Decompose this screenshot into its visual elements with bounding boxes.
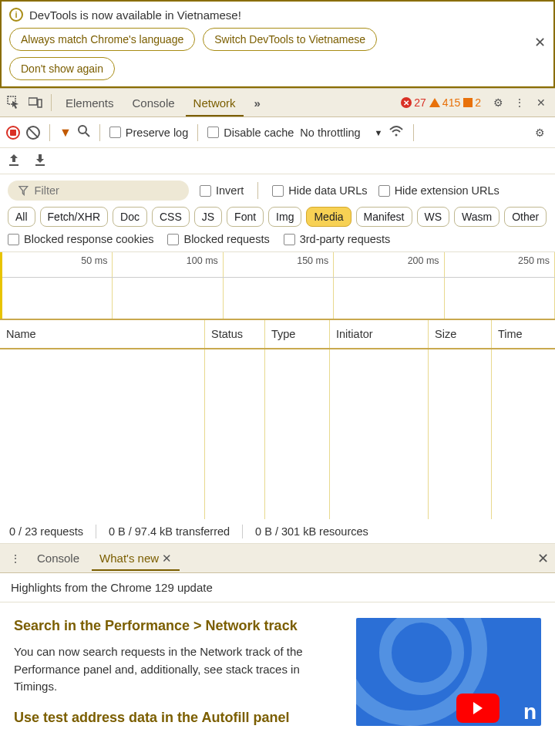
filter-input[interactable]	[35, 184, 178, 197]
dont-show-button[interactable]: Don't show again	[9, 57, 115, 80]
issue-badges[interactable]: ✕27 415 2	[401, 96, 481, 109]
filter-pill-wasm[interactable]: Wasm	[454, 207, 500, 227]
close-tab-icon[interactable]: ✕	[162, 552, 172, 565]
close-panel-icon[interactable]: ✕	[532, 93, 550, 112]
error-count: 27	[414, 96, 426, 109]
blocked-cookies-checkbox[interactable]: Blocked response cookies	[8, 233, 153, 245]
banner-title: DevTools is now available in Vietnamese!	[29, 8, 241, 22]
network-table-header: Name Status Type Initiator Size Time	[0, 320, 555, 349]
article-paragraph-1: You can now search requests in the Netwo…	[14, 643, 342, 696]
svg-point-5	[395, 133, 398, 136]
filter-icon[interactable]: ▼	[59, 126, 72, 140]
search-icon[interactable]	[78, 125, 90, 140]
filter-pill-font[interactable]: Font	[227, 207, 264, 227]
filter-pill-css[interactable]: CSS	[152, 207, 190, 227]
warning-icon	[429, 98, 440, 107]
device-icon[interactable]	[26, 93, 45, 112]
video-thumbnail[interactable]: n	[356, 618, 541, 726]
drawer-close-button[interactable]: ✕	[537, 550, 549, 567]
svg-rect-2	[38, 100, 42, 107]
svg-rect-7	[35, 164, 45, 166]
timeline-label: 50 ms	[81, 255, 107, 266]
svg-rect-6	[9, 164, 18, 166]
banner-close-button[interactable]: ✕	[534, 34, 546, 51]
preserve-log-checkbox[interactable]: Preserve log	[109, 127, 188, 139]
timeline-label: 250 ms	[518, 255, 550, 266]
warning-count: 415	[442, 96, 460, 109]
upload-icon[interactable]	[8, 153, 20, 169]
filter-pill-manifest[interactable]: Manifest	[356, 207, 412, 227]
error-icon: ✕	[401, 97, 412, 108]
language-banner: i DevTools is now available in Vietnames…	[0, 0, 555, 88]
filter-pill-fetchxhr[interactable]: Fetch/XHR	[40, 207, 108, 227]
issue-count: 2	[475, 96, 481, 109]
drawer-tab-whatsnew[interactable]: What's new✕	[92, 547, 180, 570]
import-export-row	[0, 148, 555, 174]
funnel-icon	[18, 185, 29, 196]
article-heading-1: Search in the Performance > Network trac…	[14, 618, 342, 634]
drawer-tabs: ⋮ Console What's new✕ ✕	[0, 544, 555, 573]
hide-ext-urls-checkbox[interactable]: Hide extension URLs	[378, 184, 500, 197]
settings-icon[interactable]: ⚙	[489, 93, 507, 112]
filter-section: Invert Hide data URLs Hide extension URL…	[0, 174, 555, 252]
filter-pill-all[interactable]: All	[8, 207, 35, 227]
timeline-label: 200 ms	[408, 255, 439, 266]
network-table-body	[0, 349, 555, 519]
col-initiator[interactable]: Initiator	[330, 320, 429, 348]
drawer-tab-console[interactable]: Console	[29, 547, 87, 569]
match-language-button[interactable]: Always match Chrome's language	[9, 28, 195, 51]
tab-network[interactable]: Network	[186, 90, 244, 116]
filter-pill-other[interactable]: Other	[504, 207, 547, 227]
timeline-overview[interactable]: 50 ms 100 ms 150 ms 200 ms 250 ms	[0, 252, 555, 320]
col-name[interactable]: Name	[0, 320, 205, 348]
svg-point-3	[79, 126, 86, 133]
inspect-icon[interactable]	[5, 93, 23, 112]
invert-checkbox[interactable]: Invert	[200, 184, 244, 197]
filter-pill-doc[interactable]: Doc	[113, 207, 147, 227]
download-icon[interactable]	[34, 153, 46, 169]
clear-button[interactable]	[26, 126, 40, 140]
col-type[interactable]: Type	[265, 320, 330, 348]
kebab-icon[interactable]: ⋮	[510, 93, 529, 112]
status-bar: 0 / 23 requests 0 B / 97.4 kB transferre…	[0, 519, 555, 544]
switch-language-button[interactable]: Switch DevTools to Vietnamese	[203, 28, 377, 51]
drawer-kebab-icon[interactable]: ⋮	[6, 549, 25, 568]
third-party-checkbox[interactable]: 3rd-party requests	[284, 233, 391, 245]
hide-data-urls-checkbox[interactable]: Hide data URLs	[272, 184, 367, 197]
timeline-label: 100 ms	[187, 255, 218, 266]
tab-elements[interactable]: Elements	[58, 90, 122, 116]
record-button[interactable]	[6, 126, 20, 140]
filter-pill-img[interactable]: Img	[268, 207, 301, 227]
status-transferred: 0 B / 97.4 kB transferred	[109, 525, 230, 538]
disable-cache-checkbox[interactable]: Disable cache	[207, 127, 294, 139]
col-status[interactable]: Status	[205, 320, 265, 348]
article-heading-2: Use test address data in the Autofill pa…	[14, 710, 342, 726]
filter-pill-media[interactable]: Media	[306, 207, 351, 227]
network-toolbar: ▼ Preserve log Disable cache No throttli…	[0, 117, 555, 148]
status-requests: 0 / 23 requests	[9, 525, 83, 538]
video-text: n	[523, 700, 536, 724]
svg-line-4	[86, 133, 89, 137]
filter-pill-ws[interactable]: WS	[417, 207, 450, 227]
whats-new-article: Search in the Performance > Network trac…	[0, 602, 555, 751]
issue-icon	[463, 98, 473, 107]
play-icon	[456, 694, 500, 723]
status-resources: 0 B / 301 kB resources	[255, 525, 368, 538]
info-icon: i	[9, 8, 23, 22]
tab-more[interactable]: »	[247, 90, 268, 116]
network-settings-icon[interactable]: ⚙	[530, 123, 549, 142]
filter-input-wrap[interactable]	[8, 181, 189, 201]
col-time[interactable]: Time	[492, 320, 555, 348]
timeline-label: 150 ms	[297, 255, 328, 266]
col-size[interactable]: Size	[429, 320, 492, 348]
throttling-select[interactable]: No throttling▼	[300, 127, 382, 139]
filter-pill-js[interactable]: JS	[194, 207, 222, 227]
blocked-requests-checkbox[interactable]: Blocked requests	[167, 233, 269, 245]
tab-console[interactable]: Console	[125, 90, 183, 116]
drawer-subtitle: Highlights from the Chrome 129 update	[0, 573, 555, 602]
svg-rect-1	[29, 98, 37, 105]
main-toolbar: Elements Console Network » ✕27 415 2 ⚙ ⋮…	[0, 88, 555, 117]
network-conditions-icon[interactable]	[388, 125, 404, 140]
